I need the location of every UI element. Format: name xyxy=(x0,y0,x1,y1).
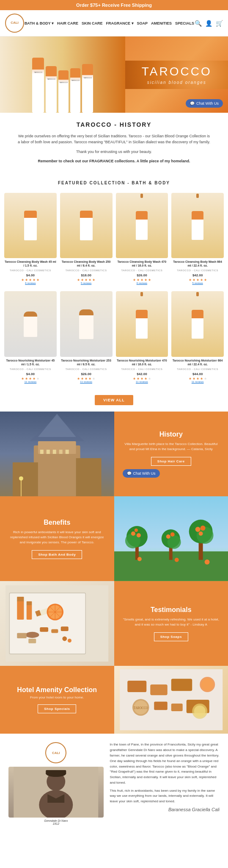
pump-bottle-shape xyxy=(192,310,203,339)
product-reviews-bw-45[interactable]: 6 reviews xyxy=(25,282,36,284)
product-price-bw-664: $42.00 xyxy=(192,273,203,277)
account-icon[interactable]: 👤 xyxy=(205,20,212,27)
city-skyline-svg xyxy=(0,412,114,496)
product-image-bw-470 xyxy=(116,193,168,259)
svg-point-31 xyxy=(200,526,205,531)
shop-specials-button[interactable]: Shop Specials xyxy=(38,704,76,713)
svg-rect-39 xyxy=(17,597,24,601)
product-card-nm-664[interactable]: Tarocco Nourishing Moisturizer 664 ml / … xyxy=(171,291,224,383)
about-left-col: CALI Genndale Di Naro 1912 xyxy=(8,742,104,825)
svg-rect-46 xyxy=(61,627,69,632)
view-all-container: VIEW ALL xyxy=(0,387,228,412)
product-card-nm-470[interactable]: Tarocco Nourishing Moisturizer 470 ml / … xyxy=(116,291,168,383)
product-image-nm-470 xyxy=(116,291,168,357)
nav-specials[interactable]: SPECIALS xyxy=(175,21,194,25)
svg-rect-44 xyxy=(40,627,48,632)
testimonials-image xyxy=(0,581,114,666)
hero-section: TAROCCO TAROCCO TAROCCO TAROCCO TAROCCO … xyxy=(0,36,228,113)
history-split-image xyxy=(0,412,114,496)
product-reviews-bw-250[interactable]: 5 reviews xyxy=(81,282,91,284)
benefits-section: Benefits Rich in powerful antioxidants i… xyxy=(0,496,228,581)
pump-bottle-shape xyxy=(136,211,148,240)
svg-rect-60 xyxy=(150,684,168,695)
product-card-nm-253[interactable]: Tarocco Nourishing Moisturizer 253 ml / … xyxy=(60,291,113,383)
grove-svg xyxy=(114,496,228,581)
product-stars-bw-470: ★★★★★ xyxy=(133,278,151,282)
hotel-image: TAROCCO xyxy=(114,666,228,734)
history-chat-button[interactable]: 💬 Chat With Us xyxy=(123,469,160,478)
caption-name: Genndale Di Naro xyxy=(44,819,68,822)
product-card-nm-45[interactable]: Tarocco Nourishing Moisturizer 45 ml / 1… xyxy=(4,291,57,383)
svg-rect-61 xyxy=(171,679,192,691)
product-name-nm-664: Tarocco Nourishing Moisturizer 664 ml / … xyxy=(171,359,224,366)
benefits-image xyxy=(114,496,228,581)
product-stars-nm-470: ★★★★★ xyxy=(133,377,151,381)
city-photo xyxy=(0,412,114,496)
logo[interactable]: CALI xyxy=(5,14,24,33)
messenger-icon-2: 💬 xyxy=(127,471,132,476)
svg-point-20 xyxy=(136,533,140,537)
product-stars-nm-45: ★★★★★ xyxy=(21,377,39,381)
svg-point-25 xyxy=(166,534,170,539)
history-heading: TAROCCO - HISTORY xyxy=(17,121,211,128)
product-card-bw-470[interactable]: Tarocco Cleansing Body Wash 470 ml / 16.… xyxy=(116,193,168,285)
shop-soaps-button[interactable]: Shop Soaps xyxy=(154,632,188,641)
bottle-shape xyxy=(24,211,37,240)
history-split-section: History Villa Marguerite birth place to … xyxy=(0,412,228,496)
product-name-nm-45: Tarocco Nourishing Moisturizer 45 ml / 1… xyxy=(4,359,57,366)
shop-bath-body-button[interactable]: Shop Bath and Body xyxy=(32,550,82,559)
svg-rect-59 xyxy=(127,681,146,692)
product-reviews-nm-664[interactable]: 11 reviews xyxy=(192,381,204,383)
about-p1: In the town of Pane, in the province of … xyxy=(110,742,220,785)
nav-soap[interactable]: SOAP xyxy=(137,21,148,25)
hero-subtitle: sicilian blood oranges xyxy=(147,80,206,85)
product-card-bw-250[interactable]: Tarocco Cleansing Body Wash 250 ml / 8.4… xyxy=(60,193,113,285)
nav-icons: 🔍 👤 🛒 xyxy=(195,20,223,27)
product-card-bw-45[interactable]: Tarocco Cleansing Body Wash 45 ml / 1.5 … xyxy=(4,193,57,285)
product-reviews-nm-253[interactable]: 11 reviews xyxy=(80,381,92,383)
flatlay-svg xyxy=(4,585,110,662)
product-reviews-bw-470[interactable]: 6 reviews xyxy=(137,282,147,284)
product-stars-bw-250: ★★★★★ xyxy=(77,278,95,282)
svg-rect-56 xyxy=(17,633,27,639)
pump-head xyxy=(196,194,199,198)
orange-grove-photo xyxy=(114,496,228,581)
product-brand-nm-664: TAROCCO - CALI COSMETICS xyxy=(177,368,218,370)
view-all-button[interactable]: VIEW ALL xyxy=(95,395,133,405)
product-price-nm-470: $42.00 xyxy=(137,372,147,376)
nav-hair-care[interactable]: HAIR CARE xyxy=(57,21,78,25)
hero-chat-label: Chat With Us xyxy=(196,101,219,106)
product-reviews-nm-45[interactable]: 11 reviews xyxy=(25,381,37,383)
svg-point-54 xyxy=(62,637,67,641)
product-card-bw-664[interactable]: Tarocco Cleansing Body Wash 664 ml / 22.… xyxy=(171,193,224,285)
search-icon[interactable]: 🔍 xyxy=(195,20,202,27)
about-signature: Baranessa Graciella Cali xyxy=(110,807,220,812)
nav-skin-care[interactable]: SKIN CARE xyxy=(82,21,103,25)
svg-rect-9 xyxy=(66,450,69,454)
svg-point-35 xyxy=(204,559,209,565)
svg-rect-5 xyxy=(40,450,44,454)
benefits-text: Rich in powerful antioxidants it will le… xyxy=(8,530,106,545)
product-stars-bw-45: ★★★★★ xyxy=(21,278,39,282)
history-split-heading: History xyxy=(159,431,183,438)
testimonials-text: Testimonials "Smells great, and is extre… xyxy=(114,581,228,666)
product-name-bw-470: Tarocco Cleansing Body Wash 470 ml / 16.… xyxy=(116,260,168,267)
product-image-bw-250 xyxy=(60,193,113,259)
hotel-heading: Hotel Amenity Collection xyxy=(17,686,97,694)
nav-bath-body[interactable]: BATH & BODY ▾ xyxy=(25,21,54,25)
hero-bottle-2: TAROCCO xyxy=(46,66,57,113)
founder-portrait xyxy=(8,767,104,818)
shop-hair-care-button[interactable]: Shop Hair Care xyxy=(151,457,191,466)
nav-amenities[interactable]: AMENITIES xyxy=(151,21,172,25)
history-p2: Thank you for entrusting us with your be… xyxy=(17,149,211,155)
history-p1: We pride ourselves on offering the very … xyxy=(17,133,211,145)
product-reviews-nm-470[interactable]: 11 reviews xyxy=(136,381,148,383)
nav-fragrance[interactable]: FRAGRANCE ▾ xyxy=(106,21,134,25)
product-reviews-bw-664[interactable]: 5 reviews xyxy=(192,282,203,284)
product-stars-nm-664: ★★★★★ xyxy=(189,377,207,381)
product-image-nm-45 xyxy=(4,291,57,357)
svg-point-30 xyxy=(195,527,200,532)
cart-icon[interactable]: 🛒 xyxy=(216,20,223,27)
benefits-text: Benefits Rich in powerful antioxidants i… xyxy=(0,496,114,581)
hero-chat-button[interactable]: 💬 Chat With Us xyxy=(186,99,223,108)
